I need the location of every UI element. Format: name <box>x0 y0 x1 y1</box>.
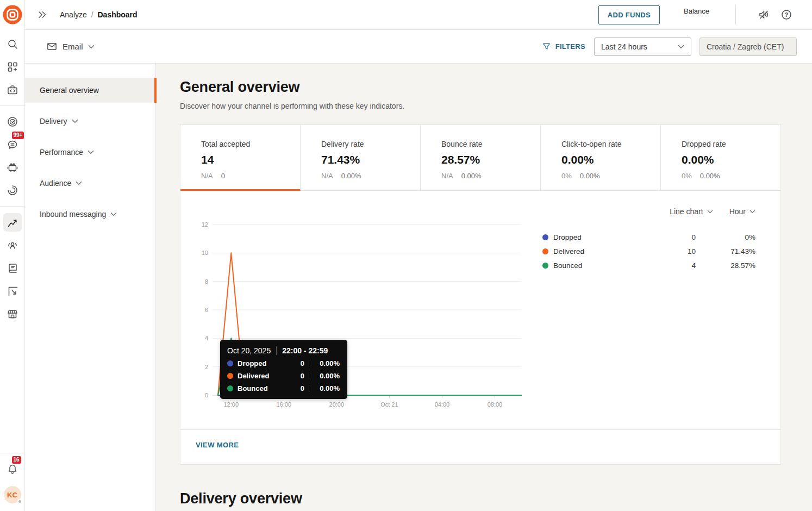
kpi-tabs: Total accepted 14 N/A0 Delivery rate 71.… <box>180 125 780 191</box>
svg-text:04:00: 04:00 <box>435 401 450 408</box>
rail-separator <box>0 105 25 106</box>
tooltip-date: Oct 20, 2025 <box>227 346 271 355</box>
svg-text:0: 0 <box>205 392 208 398</box>
kpi-tab-click-to-open-rate[interactable]: Click-to-open rate 0.00% 0%0.00% <box>541 125 661 191</box>
flows-icon <box>7 184 18 196</box>
svg-text:?: ? <box>785 11 788 18</box>
trend-chart-section: 02468101212:0016:0020:00Oct 2104:0008:00… <box>180 191 780 429</box>
delivery-overview-title: Delivery overview <box>180 490 781 507</box>
kpi-value: 14 <box>201 153 295 166</box>
nav-item-delivery[interactable]: Delivery <box>25 109 155 134</box>
delivered-dot-icon <box>542 248 548 254</box>
legend-row-bounced[interactable]: Bounced 4 28.57% <box>542 258 755 272</box>
rail-separator <box>0 206 25 207</box>
chevron-down-icon <box>110 212 117 216</box>
svg-text:2: 2 <box>205 364 208 370</box>
kpi-tab-delivery-rate[interactable]: Delivery rate 71.43% N/A0.00% <box>301 125 421 191</box>
kpi-benchmark: N/A <box>201 172 213 180</box>
rail-item-exchange[interactable] <box>3 304 22 323</box>
rail-item-flows[interactable] <box>3 181 22 200</box>
legend-row-delivered[interactable]: Delivered 10 71.43% <box>542 244 755 258</box>
kpi-tab-total-accepted[interactable]: Total accepted 14 N/A0 <box>180 125 301 191</box>
bounced-dot-icon <box>227 385 233 391</box>
kpi-label: Click-to-open rate <box>561 140 655 148</box>
svg-text:10: 10 <box>202 250 208 256</box>
nav-item-label: Delivery <box>40 117 67 126</box>
chart-type-select[interactable]: Line chart <box>670 207 713 216</box>
user-avatar[interactable]: KC <box>4 486 21 503</box>
help-button[interactable]: ? <box>777 5 796 24</box>
journeys-flag-icon <box>7 285 18 297</box>
conversations-icon <box>7 139 18 151</box>
page-subtitle: Discover how your channel is performing … <box>180 102 781 110</box>
svg-text:08:00: 08:00 <box>488 401 503 408</box>
time-range-select[interactable]: Last 24 hours <box>594 38 691 56</box>
search-icon <box>7 38 18 50</box>
exchange-storefront-icon <box>7 308 18 320</box>
rail-item-campaigns[interactable] <box>3 113 22 131</box>
help-icon: ? <box>780 9 792 21</box>
nav-item-inbound-messaging[interactable]: Inbound messaging <box>25 202 155 227</box>
analytics-line-chart-icon <box>7 216 18 228</box>
infobip-logo-icon <box>2 4 23 25</box>
chevron-down-icon <box>749 210 755 214</box>
trend-chart-area[interactable]: 02468101212:0016:0020:00Oct 2104:0008:00… <box>196 216 533 413</box>
add-funds-button[interactable]: ADD FUNDS <box>598 5 660 24</box>
avatar-initials: KC <box>7 491 17 499</box>
svg-text:4: 4 <box>205 335 208 341</box>
icon-rail: 99+ 16 KC <box>0 0 25 511</box>
filter-funnel-icon <box>542 42 551 51</box>
rail-item-audience[interactable] <box>3 236 22 254</box>
chart-type-value: Line chart <box>670 207 703 216</box>
sidebar-collapse-button[interactable] <box>37 9 48 20</box>
channel-selector[interactable]: Email <box>46 41 95 52</box>
svg-text:20:00: 20:00 <box>329 401 345 408</box>
nav-item-general-overview[interactable]: General overview <box>25 78 155 103</box>
nav-item-label: Performance <box>40 148 83 157</box>
main-content: General overview Discover how your chann… <box>156 64 812 511</box>
tooltip-row: Bounced 0 0.00% <box>227 384 340 392</box>
double-chevron-right-icon <box>37 9 48 20</box>
interval-select[interactable]: Hour <box>729 207 755 216</box>
rail-separator <box>0 453 25 453</box>
dropped-dot-icon <box>542 234 548 240</box>
rail-item-apps[interactable] <box>3 58 22 76</box>
channel-toolbar: Email FILTERS Last 24 hours Croatia / Za… <box>25 30 812 64</box>
svg-text:16:00: 16:00 <box>277 401 292 408</box>
knowledge-book-icon <box>7 262 18 274</box>
rail-item-analytics[interactable] <box>3 213 22 232</box>
kpi-value: 0.00% <box>561 153 655 166</box>
rail-item-dev-tools[interactable] <box>3 80 22 99</box>
legend-row-dropped[interactable]: Dropped 0 0% <box>542 230 755 244</box>
rail-item-knowledge[interactable] <box>3 259 22 277</box>
mute-announcements-button[interactable] <box>754 5 773 24</box>
chart-tooltip: Oct 20, 2025 22:00 - 22:59 Dropped 0 0.0… <box>220 340 347 399</box>
rail-item-chatbot[interactable] <box>3 158 22 177</box>
top-header: Analyze / Dashboard ADD FUNDS Balance ? <box>25 0 812 30</box>
breadcrumb-section[interactable]: Analyze <box>60 10 87 19</box>
timezone-field[interactable]: Croatia / Zagreb (CET) <box>699 38 797 56</box>
nav-item-label: General overview <box>40 86 99 95</box>
rail-item-notifications[interactable]: 16 <box>3 460 22 478</box>
kpi-delta: 0.00% <box>580 172 600 180</box>
svg-text:6: 6 <box>205 307 208 313</box>
filters-button[interactable]: FILTERS <box>542 42 585 51</box>
kpi-tab-dropped-rate[interactable]: Dropped rate 0.00% 0%0.00% <box>661 125 780 191</box>
analytics-nav: General overview Delivery Performance Au… <box>25 64 156 511</box>
card-footer: VIEW MORE <box>180 429 780 464</box>
chevron-down-icon <box>678 45 684 49</box>
view-more-link[interactable]: VIEW MORE <box>196 441 239 449</box>
infobip-logo[interactable] <box>2 4 23 25</box>
notifications-bell-icon <box>7 463 18 475</box>
rail-item-journeys[interactable] <box>3 282 22 300</box>
nav-item-audience[interactable]: Audience <box>25 171 155 196</box>
kpi-tab-bounce-rate[interactable]: Bounce rate 28.57% N/A0.00% <box>421 125 541 191</box>
chevron-down-icon <box>707 210 713 214</box>
delivered-dot-icon <box>227 373 233 379</box>
svg-text:8: 8 <box>205 278 208 285</box>
kpi-benchmark: N/A <box>321 172 333 180</box>
rail-item-conversations[interactable]: 99+ <box>3 135 22 154</box>
kpi-benchmark: N/A <box>441 172 453 180</box>
rail-item-search[interactable] <box>3 35 22 53</box>
nav-item-performance[interactable]: Performance <box>25 140 155 165</box>
